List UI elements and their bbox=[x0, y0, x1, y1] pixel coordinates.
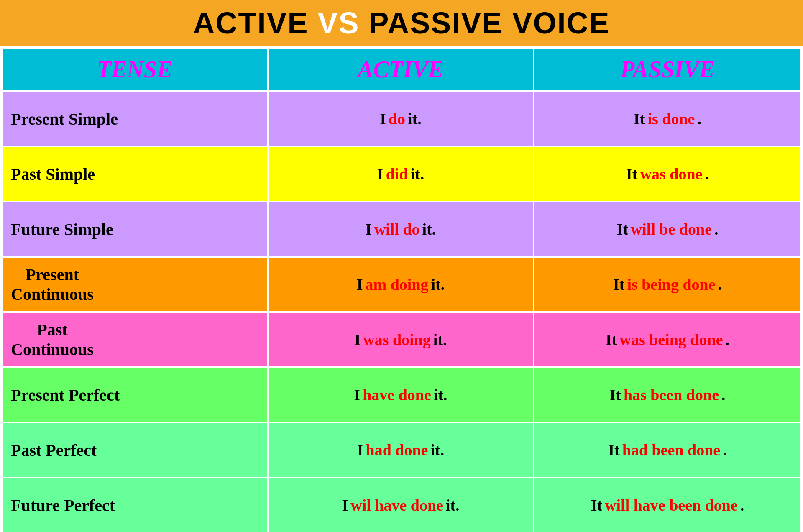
header-passive: PASSIVE bbox=[534, 49, 800, 90]
active-keyword: will do bbox=[374, 220, 420, 238]
grammar-table: TENSE ACTIVE PASSIVE Present SimpleI do … bbox=[0, 46, 803, 532]
passive-before: It bbox=[613, 275, 624, 294]
active-keyword: was doing bbox=[363, 330, 431, 349]
table-row-past-perfect: Past PerfectI had done it.It had been do… bbox=[3, 422, 800, 477]
title-part1: ACTIVE bbox=[193, 6, 318, 40]
active-keyword: did bbox=[386, 165, 408, 183]
passive-after: . bbox=[726, 330, 730, 349]
passive-cell-present-simple: It is done. bbox=[534, 92, 800, 146]
passive-before: It bbox=[609, 386, 621, 404]
passive-keyword: will be done bbox=[631, 220, 712, 238]
active-after: it. bbox=[431, 275, 445, 294]
title-bar: ACTIVE VS PASSIVE VOICE bbox=[0, 0, 803, 46]
active-before: I bbox=[357, 441, 363, 459]
table-row-past-continuous: Past ContinuousI was doing it.It was bei… bbox=[3, 311, 800, 366]
passive-keyword: had been done bbox=[622, 441, 720, 459]
tense-cell-past-perfect: Past Perfect bbox=[3, 423, 269, 477]
main-container: ACTIVE VS PASSIVE VOICE TENSE ACTIVE PAS… bbox=[0, 0, 803, 532]
active-before: I bbox=[354, 386, 360, 404]
active-keyword: wil have done bbox=[350, 496, 443, 514]
active-before: I bbox=[377, 165, 384, 183]
active-before: I bbox=[342, 496, 348, 514]
passive-cell-present-continuous: It is being done. bbox=[534, 258, 800, 311]
tense-cell-present-simple: Present Simple bbox=[3, 92, 269, 146]
passive-cell-past-perfect: It had been done. bbox=[534, 423, 800, 477]
passive-after: . bbox=[705, 165, 709, 183]
header-active: ACTIVE bbox=[269, 49, 534, 90]
passive-cell-past-simple: It was done. bbox=[534, 147, 800, 201]
passive-before: It bbox=[606, 330, 617, 349]
table-row-future-perfect: Future PerfectI wil have done it.It will… bbox=[3, 477, 800, 532]
passive-cell-future-simple: It will be done. bbox=[534, 202, 800, 256]
active-after: it. bbox=[408, 110, 422, 128]
active-before: I bbox=[366, 220, 372, 238]
passive-cell-future-perfect: It will have been done. bbox=[534, 478, 800, 532]
passive-keyword: has been done bbox=[624, 386, 719, 404]
active-after: it. bbox=[422, 220, 436, 238]
tense-cell-present-continuous: Present Continuous bbox=[3, 258, 269, 311]
active-cell-past-continuous: I was doing it. bbox=[269, 313, 534, 366]
passive-after: . bbox=[721, 386, 726, 404]
active-keyword: do bbox=[389, 110, 405, 128]
active-before: I bbox=[357, 275, 363, 294]
active-keyword: am doing bbox=[366, 275, 429, 294]
active-before: I bbox=[380, 110, 386, 128]
tense-cell-past-simple: Past Simple bbox=[3, 147, 269, 201]
active-cell-present-simple: I do it. bbox=[269, 92, 534, 146]
passive-cell-present-perfect: It has been done. bbox=[534, 368, 800, 422]
tense-cell-past-continuous: Past Continuous bbox=[3, 313, 269, 366]
passive-after: . bbox=[740, 496, 744, 514]
table-row-present-simple: Present SimpleI do it.It is done. bbox=[3, 90, 800, 146]
active-after: it. bbox=[410, 165, 424, 183]
table-header-row: TENSE ACTIVE PASSIVE bbox=[3, 49, 800, 90]
active-cell-past-simple: I did it. bbox=[269, 147, 534, 201]
active-after: it. bbox=[434, 386, 448, 404]
active-after: it. bbox=[433, 330, 447, 349]
active-keyword: have done bbox=[363, 386, 431, 404]
active-before: I bbox=[354, 330, 361, 349]
active-keyword: had done bbox=[366, 441, 428, 459]
passive-before: It bbox=[608, 441, 619, 459]
page-title: ACTIVE VS PASSIVE VOICE bbox=[193, 6, 610, 40]
active-cell-future-simple: I will do it. bbox=[269, 202, 534, 256]
active-cell-past-perfect: I had done it. bbox=[269, 423, 534, 477]
table-row-past-simple: Past SimpleI did it.It was done. bbox=[3, 146, 800, 201]
table-row-present-continuous: Present ContinuousI am doing it.It is be… bbox=[3, 256, 800, 311]
passive-before: It bbox=[616, 220, 628, 238]
tense-cell-future-simple: Future Simple bbox=[3, 202, 269, 256]
active-after: it. bbox=[446, 496, 460, 514]
passive-after: . bbox=[714, 220, 719, 238]
table-row-future-simple: Future SimpleI will do it.It will be don… bbox=[3, 201, 800, 256]
table-row-present-perfect: Present PerfectI have done it.It has bee… bbox=[3, 366, 800, 422]
tense-cell-future-perfect: Future Perfect bbox=[3, 478, 269, 532]
active-cell-present-continuous: I am doing it. bbox=[269, 258, 534, 311]
passive-after: . bbox=[718, 275, 722, 294]
passive-keyword: was being done bbox=[619, 330, 723, 349]
passive-cell-past-continuous: It was being done. bbox=[534, 313, 800, 366]
passive-after: . bbox=[723, 441, 727, 459]
title-vs: VS bbox=[318, 6, 360, 40]
passive-after: . bbox=[697, 110, 701, 128]
active-cell-future-perfect: I wil have done it. bbox=[269, 478, 534, 532]
passive-before: It bbox=[634, 110, 645, 128]
passive-before: It bbox=[626, 165, 637, 183]
tense-cell-present-perfect: Present Perfect bbox=[3, 368, 269, 422]
header-tense: TENSE bbox=[3, 49, 269, 90]
active-after: it. bbox=[430, 441, 444, 459]
active-cell-present-perfect: I have done it. bbox=[269, 368, 534, 422]
title-part2: PASSIVE VOICE bbox=[360, 6, 610, 40]
passive-before: It bbox=[591, 496, 602, 514]
passive-keyword: was done bbox=[640, 165, 703, 183]
passive-keyword: will have been done bbox=[605, 496, 738, 514]
passive-keyword: is being done bbox=[627, 275, 715, 294]
passive-keyword: is done bbox=[647, 110, 695, 128]
